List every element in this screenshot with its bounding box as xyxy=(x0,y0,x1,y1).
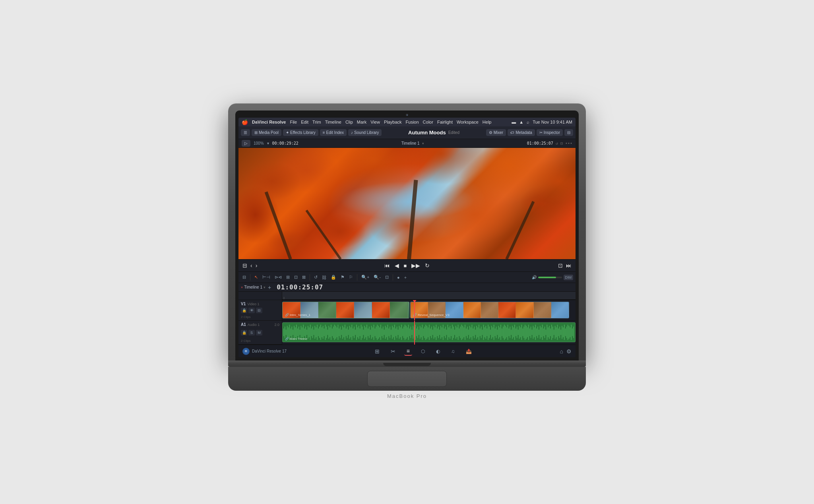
edit-index-button[interactable]: ≡ Edit Index xyxy=(320,129,347,136)
trackpad[interactable] xyxy=(367,371,447,387)
timeline-chevron-icon[interactable]: ▾ xyxy=(264,285,266,289)
fullscreen-button[interactable]: ⊡ xyxy=(557,262,564,269)
svg-rect-239 xyxy=(558,328,559,336)
loop-button[interactable]: ↻ xyxy=(424,262,430,269)
audio-lock-button[interactable]: 🔒 xyxy=(241,330,247,335)
search-icon[interactable]: ⌕ xyxy=(527,120,529,124)
skip-end-button[interactable]: ⏭ xyxy=(565,262,572,269)
refresh-icon[interactable]: ↺ xyxy=(556,141,558,145)
play-reverse-button[interactable]: ◀ xyxy=(394,262,400,269)
add-timeline-button[interactable]: + xyxy=(268,285,271,290)
close-timeline-icon[interactable]: × xyxy=(241,285,243,289)
deliver-page-button[interactable]: 📤 xyxy=(463,348,474,355)
dim-button[interactable]: DIM xyxy=(564,275,574,280)
playback-menu-item[interactable]: Playback xyxy=(384,120,402,124)
sound-library-button[interactable]: ♪ Sound Library xyxy=(348,129,382,136)
app-menu-item[interactable]: DaVinci Resolve xyxy=(252,120,286,124)
inspector-button[interactable]: ✂ Inspector xyxy=(537,129,563,136)
video-eye-button[interactable]: 👁 xyxy=(248,308,255,313)
fusion-menu-item[interactable]: Fusion xyxy=(406,120,419,124)
selection-tool-button[interactable]: ↖ xyxy=(253,274,260,281)
dynamic-trim-button[interactable]: ⊳⊲ xyxy=(273,274,283,281)
audio-track-clips[interactable]: 🔗 Main Theme xyxy=(282,321,576,345)
fairlight-menu-item[interactable]: Fairlight xyxy=(437,120,453,124)
video-lock-button[interactable]: 🔒 xyxy=(241,308,247,313)
timeline-name-label[interactable]: Timeline 1 xyxy=(401,141,420,145)
timeline-menu-item[interactable]: Timeline xyxy=(325,120,341,124)
slip-tool-button[interactable]: ⊡ xyxy=(293,274,299,281)
mixer-button[interactable]: ⚙ Mixer xyxy=(486,129,506,136)
svg-rect-159 xyxy=(466,328,467,336)
stop-button[interactable]: ■ xyxy=(403,262,408,269)
zoom-out-button[interactable]: 🔍- xyxy=(372,274,382,281)
home-button[interactable]: ⌂ xyxy=(560,348,563,355)
zoom-in-button[interactable]: 🔍+ xyxy=(360,274,371,281)
svg-rect-65 xyxy=(357,328,358,337)
slide-tool-button[interactable]: ⊠ xyxy=(300,274,307,281)
audio-level: 2.0 xyxy=(274,323,279,327)
video-clip-2[interactable]: 🔗 Reveal_Sequence_V3 xyxy=(410,302,569,318)
link-button[interactable]: ⛓ xyxy=(320,274,328,281)
apple-logo-icon[interactable]: 🍎 xyxy=(242,119,248,125)
media-page-button[interactable]: ⊞ xyxy=(372,347,382,355)
edit-page-button[interactable]: ≡ xyxy=(404,347,412,356)
video-track-clips[interactable]: 🔗 Intro_Series_1 xyxy=(282,300,576,320)
zoom-level[interactable]: 100% xyxy=(254,141,264,145)
nav-right-button[interactable]: › xyxy=(255,262,258,269)
svg-rect-84 xyxy=(379,328,380,337)
more-icon[interactable]: ••• xyxy=(565,141,572,145)
view-menu-item[interactable]: View xyxy=(370,120,380,124)
video-track-label: Video 1 xyxy=(247,302,259,306)
track-view-button[interactable]: ⊟ xyxy=(241,274,248,281)
lock-button[interactable]: 🔒 xyxy=(329,274,338,281)
nav-left-button[interactable]: ‹ xyxy=(250,262,253,269)
trim-tool-button[interactable]: ⊢⊣ xyxy=(261,274,272,281)
flag-button[interactable]: ⚑ xyxy=(339,274,346,281)
svg-rect-59 xyxy=(350,328,351,337)
clip-menu-item[interactable]: Clip xyxy=(345,120,353,124)
zoom-dropdown-icon[interactable]: ▾ xyxy=(267,141,269,145)
metadata-button[interactable]: 🏷 Metadata xyxy=(508,129,535,136)
fairlight-page-button[interactable]: ♫ xyxy=(449,348,457,355)
color-flag-button[interactable]: ⚐ xyxy=(347,274,355,281)
mute-button[interactable]: M xyxy=(256,330,262,335)
audio-clip-main[interactable]: 🔗 Main Theme xyxy=(282,322,576,342)
video-clip-1[interactable]: 🔗 Intro_Series_1 xyxy=(282,302,409,318)
timeline-dropdown-icon[interactable]: ▾ xyxy=(422,142,424,145)
zoom-fit-button[interactable]: ⊡ xyxy=(384,274,390,281)
clip-2-link-icon: 🔗 xyxy=(413,313,417,317)
file-menu-item[interactable]: File xyxy=(290,120,297,124)
edit-menu-item[interactable]: Edit xyxy=(301,120,308,124)
workspace-menu-item[interactable]: Workspace xyxy=(457,120,479,124)
sidebar-toggle-button[interactable]: ☰ xyxy=(241,129,250,136)
fusion-page-button[interactable]: ⬡ xyxy=(419,348,427,355)
add-marker-button[interactable]: + xyxy=(403,274,408,281)
effects-library-button[interactable]: ✦ Effects Library xyxy=(283,129,318,136)
blade-tool-button[interactable]: ⊞ xyxy=(285,274,291,281)
layout-icon[interactable]: ⊟ xyxy=(560,141,563,145)
cut-page-button[interactable]: ✂ xyxy=(388,347,398,355)
trim-menu-item[interactable]: Trim xyxy=(312,120,321,124)
skip-to-start-button[interactable]: ⏮ xyxy=(384,262,391,269)
retime-button[interactable]: ↺ xyxy=(312,274,319,281)
media-pool-button[interactable]: ⊞ Media Pool xyxy=(252,129,281,136)
color-page-button[interactable]: ◐ xyxy=(434,348,442,355)
marker-button[interactable]: ● xyxy=(395,274,401,281)
solo-button[interactable]: S xyxy=(248,330,255,335)
svg-rect-155 xyxy=(461,325,462,340)
color-menu-item[interactable]: Color xyxy=(423,120,433,124)
play-forward-button[interactable]: ▶▶ xyxy=(411,262,421,269)
timeline-tab[interactable]: × Timeline 1 ▾ xyxy=(241,285,266,289)
help-menu-item[interactable]: Help xyxy=(483,120,492,124)
layout-view-button[interactable]: ⊟ xyxy=(242,262,248,269)
play-controls-left[interactable]: ▷ xyxy=(242,140,250,147)
mark-menu-item[interactable]: Mark xyxy=(357,120,366,124)
video-layout-button[interactable]: ⊟ xyxy=(256,308,262,313)
volume-slider[interactable] xyxy=(538,277,562,278)
settings-button[interactable]: ⚙ xyxy=(566,348,572,355)
macbook-laptop: 🍎 DaVinci Resolve File Edit Trim Timelin… xyxy=(228,103,586,401)
svg-rect-199 xyxy=(512,326,513,339)
svg-rect-215 xyxy=(531,327,531,338)
layout-toggle-button[interactable]: ⊟ xyxy=(564,129,573,136)
toolbar-center: Autumn Moods Edited xyxy=(383,130,484,136)
